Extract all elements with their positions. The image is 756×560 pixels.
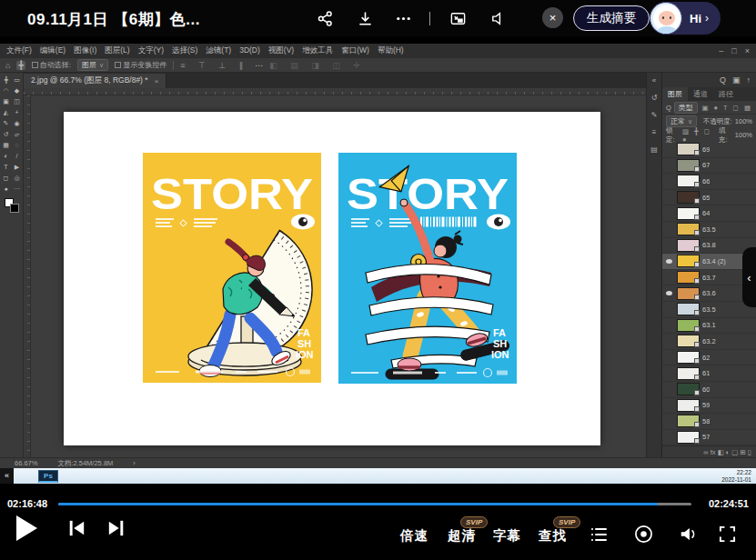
visibility-toggle-icon[interactable]: [664, 256, 674, 266]
layers-footer-icons[interactable]: ∞ fx ◧ ◐ ▢ ⊞ ▯: [703, 448, 751, 456]
more-tools-icon[interactable]: ⋯: [12, 185, 22, 194]
history-brush-tool-icon[interactable]: ↺: [1, 130, 11, 139]
hand-tool-icon[interactable]: ◎: [12, 174, 22, 183]
menu-item[interactable]: 编辑(E): [40, 45, 66, 56]
history-panel-icon[interactable]: ↺: [651, 94, 658, 102]
menu-item[interactable]: 窗口(W): [341, 45, 369, 56]
collapse-panels-icon[interactable]: «: [652, 76, 656, 85]
subtitles-button[interactable]: 字幕: [493, 527, 521, 545]
menu-item[interactable]: 3D(D): [239, 45, 260, 56]
eyedropper-tool-icon[interactable]: ◭: [1, 108, 11, 117]
gradient-tool-icon[interactable]: ▦: [1, 141, 11, 150]
menu-item[interactable]: 视图(V): [268, 45, 294, 56]
more-align-icon[interactable]: ⋯: [255, 61, 263, 70]
menu-item[interactable]: 文字(Y): [138, 45, 164, 56]
layer-row[interactable]: 63.2: [662, 334, 756, 350]
show-transform-checkbox[interactable]: 显示变换控件: [115, 60, 166, 70]
filter-type-dropdown[interactable]: 类型: [674, 102, 698, 114]
menu-item[interactable]: 帮助(H): [378, 45, 404, 56]
tab-layers[interactable]: 图层: [662, 87, 688, 101]
layer-row[interactable]: 63.5: [662, 222, 756, 238]
fill-value[interactable]: 100%: [735, 131, 752, 139]
pen-tool-icon[interactable]: /: [12, 152, 22, 161]
visibility-toggle-icon[interactable]: [664, 416, 674, 426]
share-icon[interactable]: [317, 10, 334, 27]
lock-icons[interactable]: ▨ ╋ ◻ ●: [682, 127, 716, 144]
blur-tool-icon[interactable]: ◌: [12, 141, 22, 150]
brush-tool-icon[interactable]: ✎: [1, 119, 11, 128]
visibility-toggle-icon[interactable]: [664, 288, 674, 298]
color-swatches[interactable]: [5, 198, 19, 213]
eraser-tool-icon[interactable]: ▱: [12, 130, 22, 139]
more-options-icon[interactable]: [395, 10, 412, 27]
volume-icon[interactable]: [679, 525, 699, 544]
canvas-area[interactable]: STORY: [24, 95, 646, 457]
zoom-tool-icon[interactable]: ●: [1, 185, 11, 194]
previous-button[interactable]: [67, 519, 86, 537]
dodge-tool-icon[interactable]: ◐: [1, 152, 11, 161]
find-button[interactable]: 查找: [539, 527, 567, 545]
visibility-toggle-icon[interactable]: [664, 320, 674, 330]
menu-item[interactable]: 文件(F): [6, 45, 32, 56]
mute-icon[interactable]: [489, 10, 507, 27]
frame-tool-icon[interactable]: ◫: [12, 97, 22, 106]
layer-row[interactable]: 59: [662, 398, 756, 415]
visibility-toggle-icon[interactable]: [664, 368, 674, 378]
speed-button[interactable]: 倍速: [400, 527, 428, 545]
layer-row[interactable]: 66: [662, 174, 756, 190]
visibility-toggle-icon[interactable]: [664, 385, 674, 395]
taskbar-collapse-icon[interactable]: «: [0, 468, 14, 484]
visibility-toggle-icon[interactable]: [664, 145, 674, 155]
workspace-icon[interactable]: ▣: [732, 75, 741, 85]
visibility-toggle-icon[interactable]: [664, 225, 674, 235]
layer-row[interactable]: 63.5: [662, 302, 756, 318]
visibility-toggle-icon[interactable]: [664, 400, 674, 410]
visibility-toggle-icon[interactable]: [664, 273, 674, 283]
visibility-toggle-icon[interactable]: [664, 353, 674, 363]
search-icon[interactable]: Q: [720, 75, 726, 85]
crop-tool-icon[interactable]: ▣: [1, 97, 11, 106]
layer-row[interactable]: 62: [662, 350, 756, 366]
menu-item[interactable]: 图层(L): [105, 45, 129, 56]
auto-select-target-dropdown[interactable]: 图层∨: [77, 59, 108, 71]
layer-row[interactable]: 67: [662, 158, 756, 175]
type-tool-icon[interactable]: T: [1, 163, 11, 172]
lasso-tool-icon[interactable]: ◠: [1, 86, 11, 95]
layer-row[interactable]: 61: [662, 365, 756, 382]
next-button[interactable]: [107, 519, 126, 537]
document-tab[interactable]: 2.jpg @ 66.7% (图层 8, RGB/8#) * ×: [24, 74, 166, 88]
layer-row[interactable]: 65: [662, 190, 756, 206]
visibility-toggle-icon[interactable]: [664, 193, 674, 203]
filter-search-icon[interactable]: Q: [666, 104, 671, 112]
move-tool-indicator-icon[interactable]: ╋: [16, 61, 25, 70]
layer-row[interactable]: 69: [662, 142, 756, 158]
status-caret-icon[interactable]: ›: [133, 459, 136, 467]
playlist-icon[interactable]: [590, 525, 608, 544]
adjustments-panel-icon[interactable]: ≡: [652, 128, 657, 136]
visibility-toggle-icon[interactable]: [664, 305, 674, 315]
side-panel-toggle[interactable]: ‹: [742, 247, 756, 307]
record-icon[interactable]: [634, 525, 653, 544]
path-select-tool-icon[interactable]: ▶: [12, 163, 22, 172]
quality-button[interactable]: 超清: [448, 527, 476, 545]
play-button[interactable]: [15, 515, 38, 542]
healing-tool-icon[interactable]: +: [12, 108, 22, 117]
background-color-swatch[interactable]: [10, 204, 19, 213]
zoom-level[interactable]: 66.67%: [15, 459, 37, 467]
picture-in-picture-icon[interactable]: [449, 10, 467, 27]
progress-bar[interactable]: [58, 503, 691, 505]
visibility-toggle-icon[interactable]: [664, 160, 674, 170]
home-icon[interactable]: ⌂: [5, 61, 10, 70]
layer-row[interactable]: 58: [662, 414, 756, 430]
clone-stamp-tool-icon[interactable]: ◉: [12, 119, 22, 128]
tab-paths[interactable]: 路径: [713, 87, 739, 101]
visibility-toggle-icon[interactable]: [664, 240, 674, 250]
tab-channels[interactable]: 通道: [688, 87, 713, 101]
visibility-toggle-icon[interactable]: [664, 336, 674, 346]
align-icons[interactable]: ≡ ⊤ ⊥ ∥: [180, 61, 248, 70]
share-panel-icon[interactable]: ↑: [747, 75, 751, 85]
marquee-tool-icon[interactable]: ▭: [12, 75, 22, 85]
taskbar-clock[interactable]: 22:22 2022-11-01: [721, 469, 756, 483]
layer-row[interactable]: 57: [662, 430, 756, 445]
libraries-panel-icon[interactable]: ▤: [650, 145, 658, 154]
